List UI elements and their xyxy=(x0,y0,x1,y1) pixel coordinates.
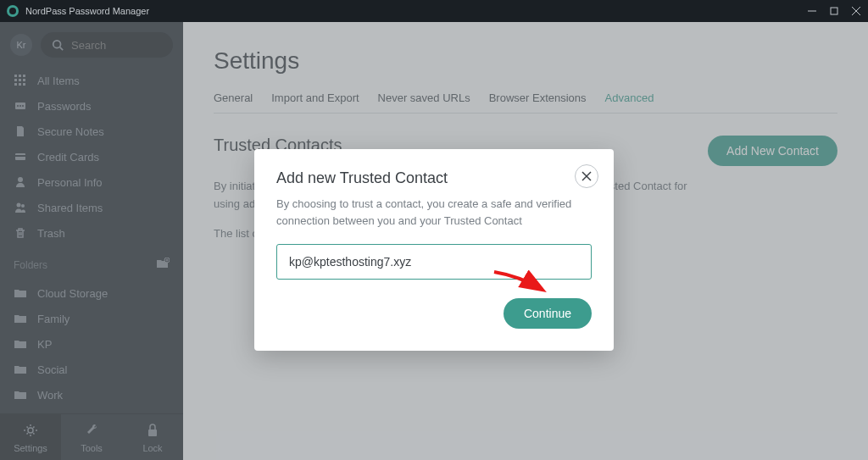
modal-overlay: Add new Trusted Contact By choosing to t… xyxy=(0,22,868,460)
titlebar-left: NordPass Password Manager xyxy=(7,5,149,17)
titlebar: NordPass Password Manager xyxy=(0,0,868,22)
maximize-button[interactable] xyxy=(829,6,839,16)
svg-rect-1 xyxy=(831,8,837,14)
modal-title: Add new Trusted Contact xyxy=(276,169,592,187)
continue-button[interactable]: Continue xyxy=(504,298,592,329)
close-button[interactable] xyxy=(851,6,861,16)
window-controls xyxy=(807,6,861,16)
minimize-button[interactable] xyxy=(807,6,817,16)
modal-description: By choosing to trust a contact, you crea… xyxy=(276,196,592,229)
contact-email-input[interactable] xyxy=(276,244,592,280)
app-logo-icon xyxy=(7,5,19,17)
modal-close-button[interactable] xyxy=(575,164,598,188)
close-icon xyxy=(581,171,592,181)
app-title: NordPass Password Manager xyxy=(25,6,149,16)
add-contact-modal: Add new Trusted Contact By choosing to t… xyxy=(254,149,614,351)
